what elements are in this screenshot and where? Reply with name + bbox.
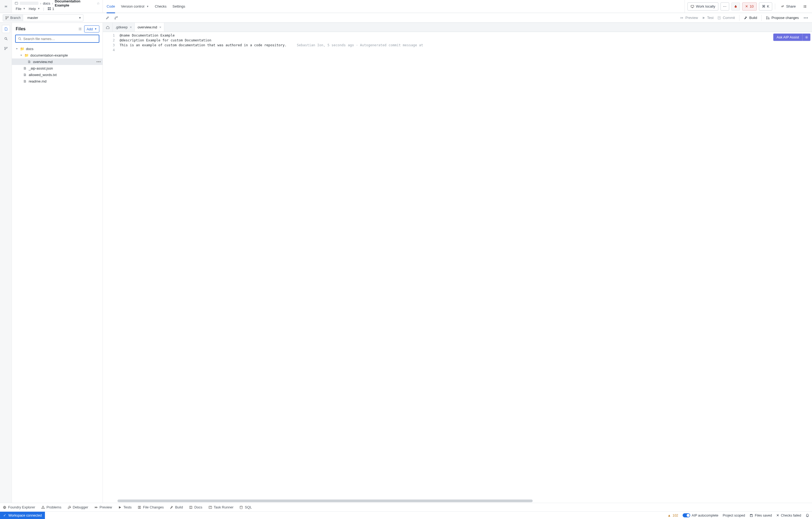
- workspaces-indicator[interactable]: 1: [46, 6, 55, 11]
- star-icon[interactable]: ☆: [97, 1, 100, 5]
- file-more-button[interactable]: •••: [96, 60, 101, 64]
- branch-icon: [5, 16, 9, 20]
- bottom-panels: Foundry Explorer Problems Debugger Previ…: [0, 503, 812, 512]
- hammer-icon: [744, 16, 748, 20]
- tab-settings[interactable]: Settings: [172, 0, 185, 13]
- notifications-button[interactable]: [806, 514, 809, 517]
- panel-preview[interactable]: Preview: [94, 505, 112, 509]
- file-allowed-words-txt[interactable]: 🗎 allowed_words.txt: [12, 71, 103, 78]
- file-sidebar: Files Add▼ ▾ 📁 docs ▾ 📁 documentation-ex…: [12, 23, 103, 503]
- code-editor[interactable]: 1 2 3 4 @name Documentation Example@desc…: [103, 32, 812, 503]
- svg-point-20: [768, 19, 769, 19]
- file-aip-assist-json[interactable]: 🗎 _aip-assist.json: [12, 65, 103, 71]
- file-readme-md[interactable]: 🗎 readme.md: [12, 78, 103, 85]
- hammer-icon: [170, 506, 174, 509]
- editor-home-button[interactable]: [103, 23, 113, 32]
- branch-create-icon[interactable]: [113, 15, 119, 21]
- checks-failed-indicator[interactable]: ✕Checks failed: [776, 513, 801, 517]
- test-action[interactable]: Test: [702, 16, 714, 20]
- tab-version-control[interactable]: Version control▼: [121, 0, 149, 13]
- panel-debugger[interactable]: Debugger: [67, 505, 88, 509]
- repo-icon: [14, 1, 18, 5]
- svg-point-25: [80, 28, 81, 30]
- folder-docs[interactable]: ▾ 📁 docs: [12, 45, 103, 52]
- breadcrumb-org[interactable]: [20, 2, 38, 5]
- ask-aip-assist-button[interactable]: Ask AIP Assist: [773, 34, 810, 41]
- add-button[interactable]: Add▼: [84, 25, 99, 32]
- code-content[interactable]: @name Documentation Example@description …: [117, 32, 812, 48]
- book-icon: [189, 506, 193, 509]
- search-icon: [4, 37, 8, 40]
- tab-code[interactable]: Code: [107, 0, 115, 13]
- commit-action[interactable]: Commit: [717, 16, 735, 20]
- editor-tab-gitkeep[interactable]: .gitkeep×: [113, 23, 135, 32]
- menu-help[interactable]: Help▼: [28, 6, 41, 11]
- panel-tests[interactable]: Tests: [118, 505, 132, 509]
- file-overview-md[interactable]: 🗎 overview.md •••: [12, 58, 103, 65]
- scope-indicator[interactable]: Project scoped: [723, 514, 745, 517]
- ladybug-button[interactable]: [731, 2, 740, 10]
- svg-point-13: [6, 18, 6, 19]
- svg-point-8: [735, 6, 735, 7]
- rail-scm-button[interactable]: [2, 44, 10, 53]
- warnings-indicator[interactable]: ▲102: [667, 514, 678, 517]
- svg-point-7: [735, 5, 736, 6]
- app-handle-icon[interactable]: [0, 0, 12, 13]
- editor-area: .gitkeep× overview.md× 1 2 3 4 @name Doc…: [103, 23, 812, 503]
- panel-sql[interactable]: SQL: [239, 505, 252, 509]
- right-actions: Preview Test Commit Build Propose change…: [680, 15, 812, 21]
- cmd-k-button[interactable]: ⌘ K: [759, 2, 773, 10]
- branch-selector[interactable]: Branch master ▾: [3, 14, 83, 21]
- close-icon[interactable]: ×: [130, 25, 132, 29]
- rail-search-button[interactable]: [2, 35, 10, 43]
- tab-checks[interactable]: Checks: [155, 0, 167, 13]
- file-icon: 🗎: [23, 66, 27, 70]
- aip-settings-button[interactable]: [802, 34, 810, 41]
- ladybug-icon: [734, 5, 737, 8]
- work-locally-button[interactable]: Work locally: [688, 2, 718, 10]
- folder-icon: 📁: [20, 47, 24, 51]
- saved-indicator[interactable]: Files saved: [750, 514, 772, 517]
- panel-foundry-explorer[interactable]: Foundry Explorer: [3, 505, 35, 509]
- separator: [775, 3, 775, 9]
- sidebar-settings-button[interactable]: [78, 27, 82, 31]
- file-search-field[interactable]: [23, 37, 97, 41]
- folder-documentation-example[interactable]: ▾ 📁 documentation-example: [12, 52, 103, 58]
- close-icon[interactable]: ×: [159, 25, 161, 29]
- svg-point-18: [766, 17, 767, 17]
- branch-dropdown-icon[interactable]: ▾: [77, 16, 83, 20]
- build-action[interactable]: Build: [744, 16, 757, 20]
- more-locally-button[interactable]: ⋯: [721, 2, 729, 10]
- edit-icon[interactable]: [105, 15, 110, 21]
- file-search-input[interactable]: [15, 35, 99, 43]
- rail-files-button[interactable]: [2, 25, 10, 33]
- menu-file[interactable]: File▼: [14, 6, 27, 11]
- share-button[interactable]: Share: [778, 2, 799, 10]
- preview-action[interactable]: Preview: [680, 16, 698, 20]
- horizontal-scrollbar[interactable]: [117, 499, 809, 502]
- toggle-icon: [683, 513, 690, 517]
- chevron-down-icon: ▾: [20, 54, 23, 57]
- warning-icon: [41, 506, 45, 509]
- svg-point-26: [19, 38, 21, 39]
- svg-rect-5: [691, 5, 694, 7]
- workspace-status[interactable]: ✓ Workspace connected: [0, 512, 45, 519]
- autocomplete-toggle[interactable]: AIP autocomplete: [683, 513, 718, 517]
- panel-problems[interactable]: Problems: [41, 505, 61, 509]
- panel-toggle-button[interactable]: [801, 2, 809, 10]
- panel-docs[interactable]: Docs: [189, 505, 202, 509]
- panel-build[interactable]: Build: [170, 505, 183, 509]
- panel-file-changes[interactable]: File Changes: [138, 505, 164, 509]
- error-count-chip[interactable]: ✕ 10: [742, 2, 757, 10]
- x-icon: ✕: [745, 4, 748, 8]
- panel-task-runner[interactable]: Task Runner: [208, 505, 234, 509]
- file-icon: 🗎: [27, 60, 31, 64]
- svg-point-23: [5, 49, 5, 50]
- editor-tab-overview[interactable]: overview.md×: [135, 23, 164, 32]
- propose-changes-action[interactable]: Propose changes: [766, 16, 799, 20]
- play-fast-icon: [94, 506, 98, 509]
- breadcrumb-segment-docs[interactable]: docs: [43, 1, 50, 5]
- share-icon: [781, 5, 784, 8]
- more-actions-button[interactable]: •••: [803, 16, 809, 20]
- branch-icon: [4, 47, 8, 50]
